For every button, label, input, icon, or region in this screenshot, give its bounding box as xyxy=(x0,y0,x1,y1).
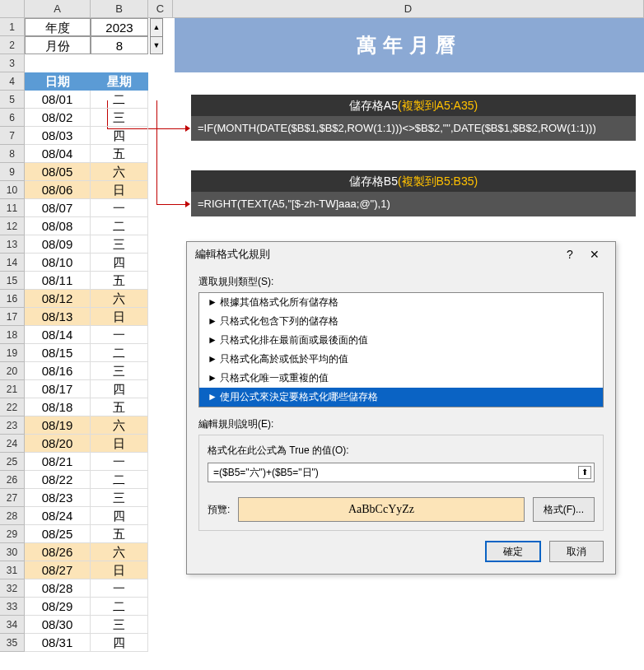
row-header-16[interactable]: 16 xyxy=(0,290,24,308)
row-header-33[interactable]: 33 xyxy=(0,598,24,616)
cell-date[interactable]: 08/25 xyxy=(25,525,91,543)
cell-weekday[interactable]: 五 xyxy=(91,525,148,543)
cell-weekday[interactable]: 六 xyxy=(91,543,148,561)
row-header-20[interactable]: 20 xyxy=(0,362,24,380)
row-header-10[interactable]: 10 xyxy=(0,181,24,199)
row-header-30[interactable]: 30 xyxy=(0,543,24,561)
cell-date[interactable]: 08/02 xyxy=(25,109,91,127)
cell-date[interactable]: 08/26 xyxy=(25,543,91,561)
row-header-5[interactable]: 5 xyxy=(0,91,24,109)
cell-date[interactable]: 08/21 xyxy=(25,453,91,471)
cell-weekday[interactable]: 一 xyxy=(91,453,148,471)
cell-weekday[interactable]: 四 xyxy=(91,127,148,145)
cell-month-label[interactable]: 月份 xyxy=(25,36,91,54)
help-button[interactable]: ? xyxy=(558,242,582,267)
row-header-31[interactable]: 31 xyxy=(0,561,24,579)
rule-type-item[interactable]: ► 只格式化排在最前面或最後面的值 xyxy=(199,331,603,350)
cell-date[interactable]: 08/07 xyxy=(25,199,91,217)
cell-weekday[interactable]: 四 xyxy=(91,634,148,652)
row-header-24[interactable]: 24 xyxy=(0,435,24,453)
cell-weekday[interactable]: 三 xyxy=(91,362,148,380)
row-header-22[interactable]: 22 xyxy=(0,398,24,416)
cell-date[interactable]: 08/28 xyxy=(25,579,91,598)
cell-weekday[interactable]: 一 xyxy=(91,579,148,598)
cell-date[interactable]: 08/06 xyxy=(25,181,91,199)
cell-date[interactable]: 08/08 xyxy=(25,217,91,235)
row-header-21[interactable]: 21 xyxy=(0,380,24,398)
cell-weekday[interactable]: 二 xyxy=(91,344,148,362)
ok-button[interactable]: 確定 xyxy=(485,541,541,562)
rule-type-item[interactable]: ► 只格式化高於或低於平均的值 xyxy=(199,350,603,369)
cell-date[interactable]: 08/11 xyxy=(25,272,91,290)
table-header-date[interactable]: 日期 xyxy=(25,72,91,91)
cell-date[interactable]: 08/09 xyxy=(25,235,91,254)
row-header-28[interactable]: 28 xyxy=(0,507,24,525)
row-header-13[interactable]: 13 xyxy=(0,235,24,254)
row-header-15[interactable]: 15 xyxy=(0,272,24,290)
cell-date[interactable]: 08/20 xyxy=(25,435,91,453)
cell-date[interactable]: 08/30 xyxy=(25,616,91,634)
cell-month-value[interactable]: 8 xyxy=(91,36,148,54)
row-header-34[interactable]: 34 xyxy=(0,616,24,634)
col-header-b[interactable]: B xyxy=(91,0,148,17)
cell-weekday[interactable]: 三 xyxy=(91,235,148,254)
cell-date[interactable]: 08/24 xyxy=(25,507,91,525)
cell-weekday[interactable]: 日 xyxy=(91,561,148,579)
table-header-weekday[interactable]: 星期 xyxy=(91,72,148,91)
cell-date[interactable]: 08/05 xyxy=(25,163,91,181)
rule-type-item[interactable]: ► 只格式化包含下列的儲存格 xyxy=(199,312,603,331)
row-header-29[interactable]: 29 xyxy=(0,525,24,543)
row-header-7[interactable]: 7 xyxy=(0,127,24,145)
col-header-c[interactable]: C xyxy=(148,0,173,17)
cell-weekday[interactable]: 日 xyxy=(91,181,148,199)
spinner-down[interactable]: ▼ xyxy=(151,37,162,54)
row-header-18[interactable]: 18 xyxy=(0,326,24,344)
cancel-button[interactable]: 取消 xyxy=(549,541,604,562)
spinner-up[interactable]: ▲ xyxy=(151,19,162,37)
row-header-14[interactable]: 14 xyxy=(0,254,24,272)
cell-weekday[interactable]: 五 xyxy=(91,145,148,163)
cell-date[interactable]: 08/29 xyxy=(25,598,91,616)
cell-date[interactable]: 08/23 xyxy=(25,489,91,507)
collapse-dialog-icon[interactable]: ⬆ xyxy=(578,466,591,479)
cell-date[interactable]: 08/18 xyxy=(25,398,91,416)
cell-weekday[interactable]: 三 xyxy=(91,616,148,634)
row-header-25[interactable]: 25 xyxy=(0,453,24,471)
select-all-corner[interactable] xyxy=(0,0,25,17)
cell-date[interactable]: 08/31 xyxy=(25,634,91,652)
cell-year-label[interactable]: 年度 xyxy=(25,18,91,36)
cell-date[interactable]: 08/22 xyxy=(25,471,91,489)
row-header-9[interactable]: 9 xyxy=(0,163,24,181)
row-header-35[interactable]: 35 xyxy=(0,634,24,652)
cell-weekday[interactable]: 三 xyxy=(91,109,148,127)
close-button[interactable]: ✕ xyxy=(582,242,607,267)
row-header-8[interactable]: 8 xyxy=(0,145,24,163)
row-header-6[interactable]: 6 xyxy=(0,109,24,127)
row-header-17[interactable]: 17 xyxy=(0,308,24,326)
row-header-19[interactable]: 19 xyxy=(0,344,24,362)
cell-weekday[interactable]: 一 xyxy=(91,326,148,344)
format-button[interactable]: 格式(F)... xyxy=(533,497,595,522)
rule-type-item[interactable]: ► 根據其值格式化所有儲存格 xyxy=(199,293,603,312)
cell-weekday[interactable]: 四 xyxy=(91,254,148,272)
cell-weekday[interactable]: 五 xyxy=(91,272,148,290)
cell-weekday[interactable]: 四 xyxy=(91,507,148,525)
cell-date[interactable]: 08/13 xyxy=(25,308,91,326)
cell-weekday[interactable]: 二 xyxy=(91,217,148,235)
cell-date[interactable]: 08/03 xyxy=(25,127,91,145)
row-header-2[interactable]: 2 xyxy=(0,36,24,54)
row-header-23[interactable]: 23 xyxy=(0,416,24,435)
cell-weekday[interactable]: 日 xyxy=(91,435,148,453)
cell-weekday[interactable]: 二 xyxy=(91,91,148,109)
cell-date[interactable]: 08/12 xyxy=(25,290,91,308)
cell-weekday[interactable]: 二 xyxy=(91,471,148,489)
rule-type-item[interactable]: ► 使用公式來決定要格式化哪些儲存格 xyxy=(199,388,603,407)
cell-date[interactable]: 08/01 xyxy=(25,91,91,109)
cell-year-value[interactable]: 2023 xyxy=(91,18,148,36)
row-header-12[interactable]: 12 xyxy=(0,217,24,235)
cell-weekday[interactable]: 日 xyxy=(91,308,148,326)
row-header-27[interactable]: 27 xyxy=(0,489,24,507)
rule-type-item[interactable]: ► 只格式化唯一或重複的值 xyxy=(199,369,603,388)
col-header-d[interactable]: D xyxy=(173,0,644,17)
row-header-26[interactable]: 26 xyxy=(0,471,24,489)
